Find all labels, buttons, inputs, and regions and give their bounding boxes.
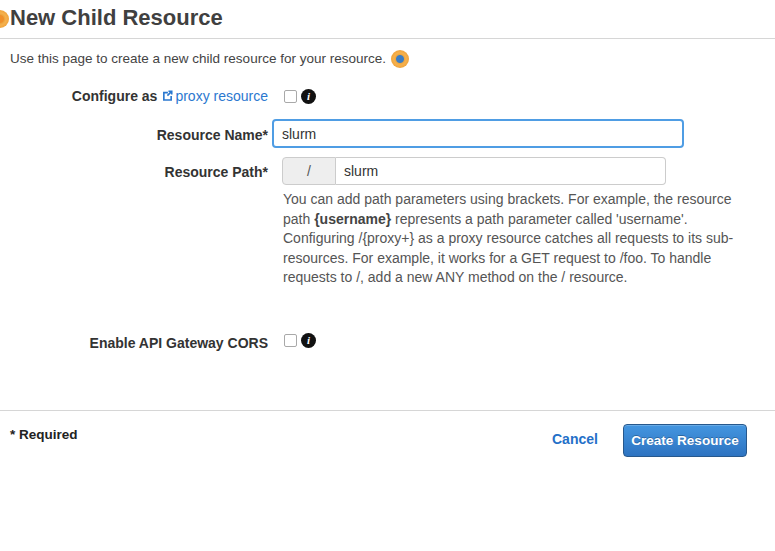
hint-beacon-icon[interactable] bbox=[391, 50, 409, 68]
resource-path-label: Resource Path* bbox=[0, 164, 268, 180]
external-link-icon bbox=[161, 89, 174, 102]
proxy-resource-link[interactable]: proxy resource bbox=[157, 88, 268, 104]
resource-name-label: Resource Name* bbox=[0, 127, 268, 143]
cors-info-icon[interactable]: i bbox=[301, 333, 316, 348]
hint-beacon-partial-icon bbox=[0, 10, 9, 28]
resource-path-group: / bbox=[282, 157, 666, 185]
proxy-info-icon[interactable]: i bbox=[301, 89, 316, 104]
footer-divider bbox=[0, 410, 775, 411]
path-help-bold: {username} bbox=[314, 211, 391, 227]
cancel-button[interactable]: Cancel bbox=[552, 431, 598, 447]
configure-as-proxy-checkbox[interactable] bbox=[284, 90, 297, 103]
resource-path-input[interactable] bbox=[336, 157, 666, 185]
resource-name-input[interactable] bbox=[272, 119, 684, 148]
required-note: * Required bbox=[10, 427, 78, 442]
enable-cors-label: Enable API Gateway CORS bbox=[0, 335, 268, 351]
configure-as-label: Configure asproxy resource bbox=[0, 88, 268, 104]
intro-text-label: Use this page to create a new child reso… bbox=[10, 51, 386, 66]
intro-text: Use this page to create a new child reso… bbox=[10, 50, 409, 68]
create-resource-button[interactable]: Create Resource bbox=[623, 424, 747, 457]
path-help-text: You can add path parameters using bracke… bbox=[283, 190, 775, 288]
path-prefix-addon: / bbox=[282, 157, 336, 185]
enable-cors-checkbox[interactable] bbox=[284, 334, 297, 347]
header-divider bbox=[0, 38, 775, 39]
page-title: New Child Resource bbox=[10, 5, 223, 31]
new-child-resource-page: New Child Resource Use this page to crea… bbox=[0, 0, 775, 551]
